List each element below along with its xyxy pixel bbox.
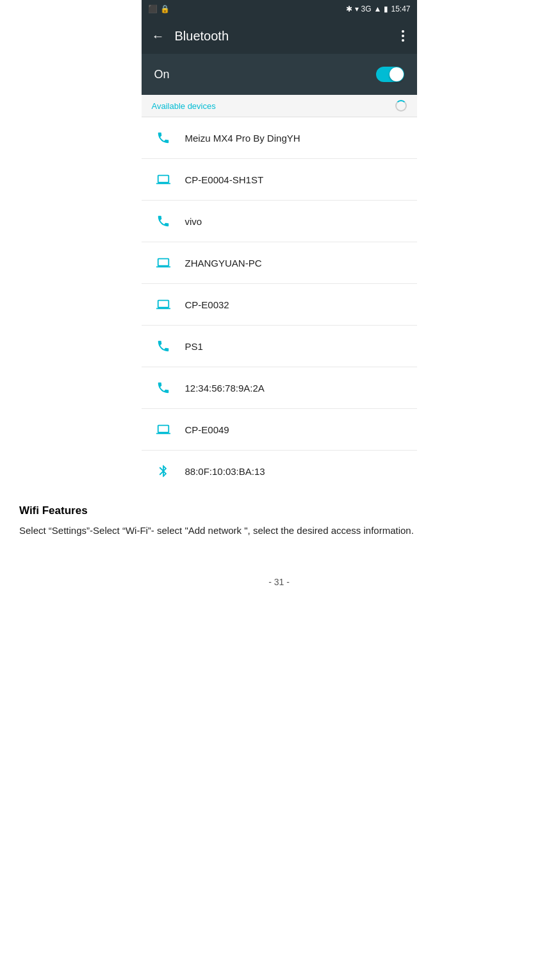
more-dot-2 [402, 35, 404, 37]
more-dot-1 [402, 30, 404, 33]
device-name: PS1 [185, 341, 203, 352]
list-item[interactable]: CP-E0049 [142, 409, 417, 451]
phone-mockup: ⬛ 🔒 ✱ ▾ 3G ▲ ▮ 15:47 ← Bluetooth On Avai… [142, 0, 417, 492]
status-bar-left: ⬛ 🔒 [148, 4, 170, 13]
available-devices-label: Available devices [152, 101, 216, 111]
list-item[interactable]: CP-E0032 [142, 284, 417, 326]
phone-icon [152, 335, 175, 358]
status-time: 15:47 [391, 4, 410, 13]
device-name: 12:34:56:78:9A:2A [185, 383, 265, 394]
content-area: Wifi Features Select “Settings”-Select “… [0, 492, 558, 551]
more-menu-button[interactable] [399, 28, 407, 44]
device-name: vivo [185, 216, 202, 227]
status-bar: ⬛ 🔒 ✱ ▾ 3G ▲ ▮ 15:47 [142, 0, 417, 18]
available-devices-header: Available devices [142, 95, 417, 117]
toggle-label: On [154, 68, 170, 81]
phone-icon [152, 126, 175, 149]
network-type: 3G [361, 4, 372, 13]
back-button[interactable]: ← [152, 29, 165, 44]
device-name: Meizu MX4 Pro By DingYH [185, 133, 300, 144]
bluetooth-toggle-row: On [142, 54, 417, 95]
bluetooth-icon [152, 460, 175, 483]
laptop-icon [152, 293, 175, 316]
list-item[interactable]: ZHANGYUAN-PC [142, 242, 417, 284]
status-bar-right: ✱ ▾ 3G ▲ ▮ 15:47 [346, 4, 411, 13]
list-item[interactable]: CP-E0004-SH1ST [142, 159, 417, 201]
screenshot-icon: ⬛ [148, 4, 158, 13]
phone-icon [152, 210, 175, 233]
laptop-icon [152, 251, 175, 274]
phone-icon [152, 376, 175, 399]
list-item[interactable]: vivo [142, 201, 417, 242]
device-name: ZHANGYUAN-PC [185, 258, 262, 269]
more-dot-3 [402, 39, 404, 42]
bluetooth-status-icon: ✱ [346, 4, 352, 13]
device-list: Meizu MX4 Pro By DingYH CP-E0004-SH1ST v… [142, 117, 417, 492]
list-item[interactable]: 12:34:56:78:9A:2A [142, 367, 417, 409]
device-name: CP-E0032 [185, 299, 229, 310]
signal-bars-icon: ▲ [374, 4, 382, 13]
nav-bar: ← Bluetooth [142, 18, 417, 54]
scanning-spinner [395, 100, 407, 112]
list-item[interactable]: Meizu MX4 Pro By DingYH [142, 117, 417, 159]
device-name: 88:0F:10:03:BA:13 [185, 466, 265, 477]
laptop-icon [152, 418, 175, 441]
wifi-features-description: Select “Settings”-Select “Wi-Fi”- select… [19, 524, 539, 538]
list-item[interactable]: PS1 [142, 326, 417, 367]
list-item[interactable]: 88:0F:10:03:BA:13 [142, 451, 417, 492]
page-number: - 31 - [0, 577, 558, 587]
laptop-icon [152, 168, 175, 191]
battery-icon: ▮ [384, 4, 388, 13]
toggle-thumb [390, 67, 404, 81]
bluetooth-toggle[interactable] [376, 67, 404, 82]
device-name: CP-E0004-SH1ST [185, 174, 264, 185]
wifi-features-title: Wifi Features [19, 504, 539, 517]
wifi-signal-icon: ▾ [355, 4, 359, 13]
lock-icon: 🔒 [160, 4, 170, 13]
page-title: Bluetooth [175, 29, 399, 44]
device-name: CP-E0049 [185, 424, 229, 435]
